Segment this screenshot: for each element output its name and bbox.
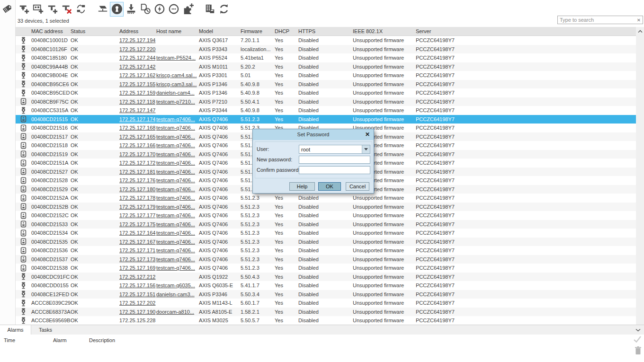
address-link[interactable]: 172.25.127.173: [119, 255, 156, 264]
host-name-link[interactable]: danielsn-cam3...: [156, 290, 199, 299]
address-link[interactable]: 172.25.127.179: [119, 203, 156, 212]
address-link[interactable]: 172.25.127.190: [119, 308, 156, 317]
host-name-link[interactable]: kriscg-cam3.sal...: [156, 80, 199, 89]
table-row[interactable]: 00408CB9F75COK172.25.127.118testcam-p721…: [16, 97, 636, 106]
column-header-model[interactable]: Model: [199, 27, 241, 35]
table-row[interactable]: 00408CD21534OK172.25.127.164testcam-q740…: [16, 229, 636, 238]
column-header-https[interactable]: HTTPS: [298, 27, 353, 35]
address-link[interactable]: 172.25.127.164: [119, 229, 156, 238]
address-link[interactable]: 172.25.127.244: [119, 53, 156, 62]
table-row[interactable]: ACCC8E039C29OK172.25.127.202AXIS M1143-L…: [16, 299, 636, 308]
host-name-link[interactable]: danielsn-cam4...: [156, 88, 199, 97]
address-link[interactable]: 172.25.127.176: [119, 176, 156, 185]
address-link[interactable]: 172.25.127.202: [119, 299, 156, 308]
install-application-icon[interactable]: [181, 2, 195, 17]
host-name-link[interactable]: testcam-q7406...: [156, 168, 199, 177]
address-link[interactable]: 172.25.127.178: [119, 194, 156, 203]
refresh-icon[interactable]: [217, 2, 231, 17]
collapse-panel-icon[interactable]: [634, 326, 642, 334]
backup-restore-icon[interactable]: [138, 2, 152, 17]
add-device-manually-icon[interactable]: [45, 2, 59, 17]
address-link[interactable]: 172.25.127.162: [119, 71, 156, 80]
column-header-server[interactable]: Server: [416, 27, 636, 35]
create-report-icon[interactable]: [203, 2, 216, 17]
host-name-link[interactable]: testcam-q7406...: [156, 176, 199, 185]
host-name-link[interactable]: testcam-q7406...: [156, 141, 199, 150]
table-row[interactable]: 00408CC5315AOK172.25.127.147AXIS P33445.…: [16, 106, 636, 115]
address-link[interactable]: 172.25.127.174: [119, 115, 156, 124]
set-password-icon[interactable]: [110, 2, 124, 17]
search-clear-icon[interactable]: ✕: [635, 18, 643, 23]
restart-device-icon[interactable]: [152, 2, 166, 17]
address-link[interactable]: 172.25.127.171: [119, 246, 156, 255]
remove-device-icon[interactable]: [60, 2, 73, 17]
table-row[interactable]: 00408CD21533OK172.25.127.175testcam-q740…: [16, 220, 636, 229]
delete-alarm-icon[interactable]: [635, 346, 642, 356]
column-header-dhcp[interactable]: DHCP: [275, 27, 298, 35]
tag-icon[interactable]: [1, 2, 14, 15]
address-link[interactable]: 172.25.127.168: [119, 124, 156, 132]
host-name-link[interactable]: testcam-q7406...: [156, 124, 199, 132]
table-row[interactable]: 00408CB95CE6OK172.25.127.155kriscg-cam3.…: [16, 80, 636, 89]
address-link[interactable]: 172.25.127.165: [119, 132, 156, 141]
address-link[interactable]: 172.25.127.155: [119, 80, 156, 89]
host-name-link[interactable]: testcam-p7210...: [156, 97, 199, 106]
dialog-titlebar[interactable]: Set Password: [253, 129, 374, 140]
acknowledge-alarm-icon[interactable]: [633, 336, 642, 344]
host-name-link[interactable]: testcam-q7406...: [156, 255, 199, 264]
table-row[interactable]: 00408C10126FOK172.25.127.220AXIS P3343lo…: [16, 45, 636, 54]
replace-device-icon[interactable]: [74, 2, 88, 17]
scroll-up-icon[interactable]: [636, 28, 644, 35]
restore-defaults-icon[interactable]: [167, 2, 180, 17]
table-row[interactable]: 00408CD21535OK172.25.127.167testcam-q740…: [16, 238, 636, 247]
address-link[interactable]: 172.25.127.169: [119, 264, 156, 273]
host-name-link[interactable]: testcam-q7406...: [156, 115, 199, 124]
address-link[interactable]: 172.25.127.118: [119, 97, 156, 106]
host-name-link[interactable]: testcam-q7406...: [156, 203, 199, 212]
help-button[interactable]: Help: [289, 182, 315, 191]
host-name-link[interactable]: testcam-q7406...: [156, 238, 199, 247]
table-row[interactable]: 00408CD21536OK172.25.127.171testcam-q740…: [16, 246, 636, 255]
address-link[interactable]: 172.25.127.147: [119, 106, 156, 115]
column-header-mac-address[interactable]: MAC address: [31, 27, 71, 35]
table-row[interactable]: 00408CD2152BOK172.25.127.179testcam-q740…: [16, 203, 636, 212]
ok-button[interactable]: OK: [318, 182, 341, 191]
address-link[interactable]: 172.25.127.172: [119, 159, 156, 168]
user-input[interactable]: [299, 145, 362, 153]
host-name-link[interactable]: testcam-q7406...: [156, 264, 199, 273]
table-row[interactable]: ACCC8E69569BOK172.25.125.228AXIS M30255.…: [16, 316, 636, 325]
column-header-host-name[interactable]: Host name: [156, 27, 199, 35]
host-name-link[interactable]: testcam-q7406...: [156, 220, 199, 229]
table-row[interactable]: 00408CD21538OK172.25.127.169testcam-q740…: [16, 264, 636, 273]
host-name-link[interactable]: testcam-P5524...: [156, 53, 199, 62]
column-header-firmware[interactable]: Firmware: [241, 27, 275, 35]
table-row[interactable]: 00408CD2152COK172.25.127.177testcam-q740…: [16, 211, 636, 220]
address-link[interactable]: 172.25.127.170: [119, 150, 156, 159]
table-row[interactable]: ACCC8E68373AOK172.25.127.190doorcam-a810…: [16, 308, 636, 317]
address-link[interactable]: 172.25.127.151: [119, 290, 156, 299]
host-name-link[interactable]: doorcam-a810...: [156, 308, 199, 317]
assign-ip-address-icon[interactable]: [96, 2, 109, 17]
address-link[interactable]: 172.25.127.175: [119, 220, 156, 229]
cancel-button[interactable]: Cancel: [346, 182, 369, 191]
host-name-link[interactable]: testcam-q7406...: [156, 229, 199, 238]
vertical-scrollbar[interactable]: [636, 27, 644, 325]
address-link[interactable]: 172.25.127.166: [119, 141, 156, 150]
host-name-link[interactable]: kriscg-cam4.sal...: [156, 71, 199, 80]
column-header-address[interactable]: Address: [119, 27, 156, 35]
host-name-link[interactable]: testcam-q6035...: [156, 281, 199, 290]
search-input[interactable]: [558, 17, 635, 23]
host-name-link[interactable]: testcam-q7406...: [156, 246, 199, 255]
table-row[interactable]: 00408CB95CEDOK172.25.127.159danielsn-cam…: [16, 88, 636, 97]
table-row[interactable]: 00408CD21515OK172.25.127.174testcam-q740…: [16, 115, 636, 124]
address-link[interactable]: 172.25.127.177: [119, 211, 156, 220]
address-link[interactable]: 172.25.127.194: [119, 36, 156, 45]
table-row[interactable]: 00408C99A44BOK172.25.127.142AXIS M10115.…: [16, 62, 636, 71]
column-header-ieee-802-1x[interactable]: IEEE 802.1X: [353, 27, 416, 35]
host-name-link[interactable]: testcam-q7406...: [156, 211, 199, 220]
dialog-close-icon[interactable]: ✕: [365, 131, 370, 138]
address-link[interactable]: 172.25.127.212: [119, 273, 156, 282]
table-row[interactable]: 00408C185180OK172.25.127.244testcam-P552…: [16, 53, 636, 62]
table-row[interactable]: 00408C10001DOK172.25.127.194AXIS Q36177.…: [16, 36, 636, 45]
table-row[interactable]: 00408CE12FEDOK172.25.127.151danielsn-cam…: [16, 290, 636, 299]
